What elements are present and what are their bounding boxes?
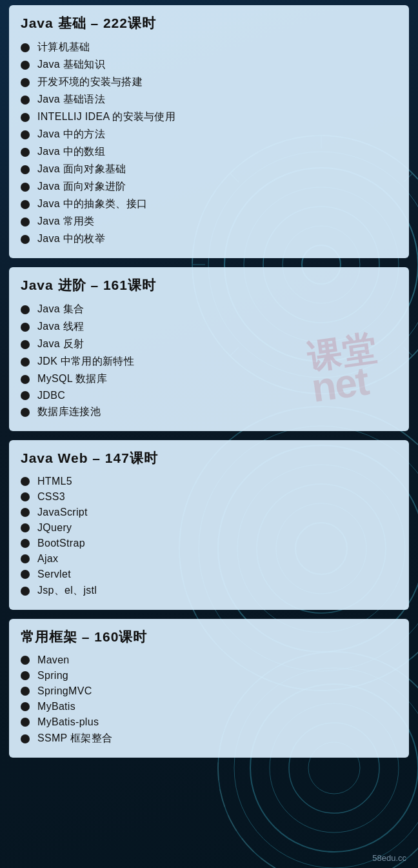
item-list-java-web: HTML5CSS3JavaScriptJQueryBootStrapAjaxSe… xyxy=(21,474,397,600)
list-item: JavaScript xyxy=(21,505,397,520)
bullet-icon xyxy=(21,671,30,680)
list-item: MyBatis xyxy=(21,699,397,714)
item-text: JavaScript xyxy=(37,507,88,518)
item-text: HTML5 xyxy=(37,476,72,487)
bullet-icon xyxy=(21,508,30,517)
item-text: Java 基础语法 xyxy=(37,93,105,106)
section-title-java-advanced: Java 进阶 – 161课时 xyxy=(21,276,397,294)
bullet-icon xyxy=(21,165,30,174)
list-item: HTML5 xyxy=(21,474,397,489)
item-text: Java 面向对象基础 xyxy=(37,163,126,176)
list-item: Maven xyxy=(21,652,397,668)
list-item: Java 基础知识 xyxy=(21,56,397,74)
bullet-icon xyxy=(21,570,30,579)
bullet-icon xyxy=(21,340,30,349)
section-java-basic: Java 基础 – 222课时计算机基础Java 基础知识开发环境的安装与搭建J… xyxy=(9,5,409,258)
bullet-icon xyxy=(21,235,30,244)
item-text: SpringMVC xyxy=(37,685,92,697)
bullet-icon xyxy=(21,539,30,548)
list-item: 开发环境的安装与搭建 xyxy=(21,74,397,91)
item-text: Java 线程 xyxy=(37,320,84,334)
item-text: 数据库连接池 xyxy=(37,405,101,419)
bullet-icon xyxy=(21,408,30,417)
list-item: Ajax xyxy=(21,551,397,567)
list-item: Java 常用类 xyxy=(21,213,397,230)
item-text: BootStrap xyxy=(37,538,85,549)
bullet-icon xyxy=(21,358,30,367)
bullet-icon xyxy=(21,734,30,743)
bullet-icon xyxy=(21,702,30,711)
item-text: Java 中的方法 xyxy=(37,128,105,141)
item-text: JDBC xyxy=(37,390,65,401)
bullet-icon xyxy=(21,61,30,70)
list-item: Java 基础语法 xyxy=(21,91,397,108)
list-item: Servlet xyxy=(21,567,397,582)
bullet-icon xyxy=(21,656,30,665)
list-item: Java 中的枚举 xyxy=(21,230,397,248)
item-text: INTELLIJ IDEA 的安装与使用 xyxy=(37,110,175,124)
bullet-icon xyxy=(21,477,30,486)
list-item: Java 面向对象基础 xyxy=(21,161,397,178)
bullet-icon xyxy=(21,492,30,501)
bullet-icon xyxy=(21,523,30,532)
bullet-icon xyxy=(21,113,30,122)
section-title-java-web: Java Web – 147课时 xyxy=(21,449,397,467)
item-text: 计算机基础 xyxy=(37,41,90,54)
item-text: SSMP 框架整合 xyxy=(37,732,112,745)
footer-brand: 58edu.cc xyxy=(372,853,406,863)
bullet-icon xyxy=(21,305,30,314)
item-text: Java 中的枚举 xyxy=(37,232,105,246)
main-content: Java 基础 – 222课时计算机基础Java 基础知识开发环境的安装与搭建J… xyxy=(0,5,418,780)
list-item: Java 中的方法 xyxy=(21,126,397,143)
item-text: 开发环境的安装与搭建 xyxy=(37,76,143,89)
item-text: Java 面向对象进阶 xyxy=(37,180,126,194)
bullet-icon xyxy=(21,718,30,727)
list-item: Spring xyxy=(21,668,397,683)
item-text: Java 常用类 xyxy=(37,215,95,228)
item-text: Java 基础知识 xyxy=(37,58,105,72)
list-item: Java 中的抽象类、接口 xyxy=(21,196,397,213)
item-text: Java 中的抽象类、接口 xyxy=(37,197,147,211)
list-item: SpringMVC xyxy=(21,683,397,699)
list-item: INTELLIJ IDEA 的安装与使用 xyxy=(21,108,397,126)
bullet-icon xyxy=(21,148,30,157)
list-item: Java 反射 xyxy=(21,336,397,353)
item-text: Java 集合 xyxy=(37,303,84,316)
section-common-frameworks: 常用框架 – 160课时MavenSpringSpringMVCMyBatisM… xyxy=(9,619,409,758)
list-item: JDBC xyxy=(21,388,397,403)
bullet-icon xyxy=(21,96,30,105)
item-text: Java 反射 xyxy=(37,338,84,351)
item-text: JDK 中常用的新特性 xyxy=(37,355,134,368)
bullet-icon xyxy=(21,687,30,696)
list-item: Java 面向对象进阶 xyxy=(21,178,397,196)
item-text: JQuery xyxy=(37,522,72,534)
bullet-icon xyxy=(21,554,30,563)
item-text: MyBatis-plus xyxy=(37,716,99,728)
bullet-icon xyxy=(21,130,30,139)
bullet-icon xyxy=(21,183,30,192)
section-title-java-basic: Java 基础 – 222课时 xyxy=(21,14,397,32)
list-item: Java 集合 xyxy=(21,301,397,318)
bullet-icon xyxy=(21,587,30,596)
item-text: CSS3 xyxy=(37,491,65,503)
section-java-web: Java Web – 147课时HTML5CSS3JavaScriptJQuer… xyxy=(9,440,409,610)
item-text: Maven xyxy=(37,654,70,666)
bullet-icon xyxy=(21,78,30,87)
list-item: JDK 中常用的新特性 xyxy=(21,353,397,370)
item-text: Java 中的数组 xyxy=(37,145,105,159)
item-list-java-basic: 计算机基础Java 基础知识开发环境的安装与搭建Java 基础语法INTELLI… xyxy=(21,39,397,248)
item-text: MyBatis xyxy=(37,701,75,712)
bullet-icon xyxy=(21,200,30,209)
list-item: CSS3 xyxy=(21,489,397,505)
list-item: JQuery xyxy=(21,520,397,536)
section-java-advanced: Java 进阶 – 161课时Java 集合Java 线程Java 反射JDK … xyxy=(9,267,409,431)
bullet-icon xyxy=(21,43,30,52)
list-item: 数据库连接池 xyxy=(21,403,397,421)
list-item: 计算机基础 xyxy=(21,39,397,56)
list-item: MySQL 数据库 xyxy=(21,370,397,388)
bullet-icon xyxy=(21,323,30,332)
list-item: Java 线程 xyxy=(21,318,397,336)
item-list-java-advanced: Java 集合Java 线程Java 反射JDK 中常用的新特性MySQL 数据… xyxy=(21,301,397,421)
bullet-icon xyxy=(21,375,30,384)
list-item: MyBatis-plus xyxy=(21,714,397,730)
